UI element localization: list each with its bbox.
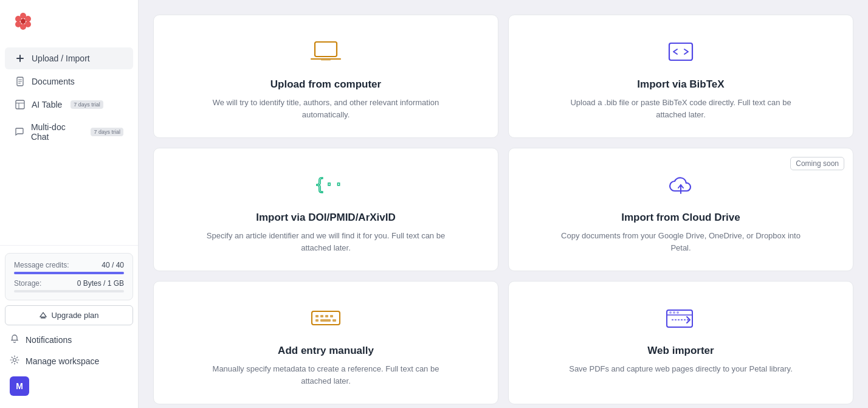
sidebar-bottom-items: Notifications Manage workspace: [5, 329, 133, 372]
coming-soon-badge: Coming soon: [790, 157, 844, 170]
sidebar-item-manage-workspace[interactable]: Manage workspace: [5, 350, 133, 372]
cloud-icon: [664, 168, 698, 202]
svg-rect-30: [332, 319, 336, 322]
svg-point-34: [673, 311, 675, 314]
chat-icon: [15, 126, 25, 137]
svg-rect-16: [41, 317, 46, 319]
credits-row: Message credits: 40 / 40: [14, 261, 124, 269]
web-importer-title: Web importer: [647, 345, 714, 357]
import-bibtex-title: Import via BibTeX: [637, 78, 724, 91]
credits-progress-fill: [14, 272, 124, 274]
storage-value: 0 Bytes / 1 GB: [77, 279, 124, 288]
sidebar-item-documents[interactable]: Documents: [5, 71, 133, 92]
credits-progress-bar: [14, 272, 124, 274]
import-doi-desc: Specify an article identifier and we wil…: [204, 230, 447, 254]
main-content: Upload from computer We will try to iden…: [139, 0, 868, 408]
sidebar-ai-table-label: AI Table: [32, 100, 62, 109]
import-cloud-desc: Copy documents from your Google Drive, O…: [559, 230, 802, 254]
card-add-entry-manually[interactable]: Add entry manually Manually specify meta…: [153, 281, 498, 404]
laptop-icon: [310, 35, 342, 69]
card-web-importer[interactable]: Web importer Save PDFs and capture web p…: [508, 281, 853, 404]
upload-computer-desc: We will try to identify title, authors, …: [204, 97, 447, 120]
keyboard-icon: [309, 301, 343, 335]
card-import-cloud[interactable]: Coming soon Import from Cloud Drive Copy…: [508, 148, 853, 271]
svg-point-35: [677, 311, 679, 314]
credits-label: Message credits:: [14, 261, 69, 269]
avatar[interactable]: M: [10, 376, 29, 396]
sidebar-item-multidoc-chat[interactable]: Multi-doc Chat 7 days trial: [5, 117, 133, 147]
avatar-letter: M: [16, 381, 23, 391]
svg-point-1: [25, 16, 31, 22]
sidebar-item-upload-import[interactable]: Upload / Import: [5, 47, 133, 69]
import-cloud-title: Import from Cloud Drive: [621, 212, 740, 224]
web-import-icon: [664, 301, 698, 335]
web-importer-desc: Save PDFs and capture web pages directly…: [569, 363, 793, 375]
storage-label: Storage:: [14, 279, 41, 288]
notifications-label: Notifications: [26, 335, 72, 345]
document-icon: [15, 76, 26, 87]
import-bibtex-desc: Upload a .bib file or paste BibTeX code …: [559, 97, 802, 120]
svg-rect-29: [320, 319, 331, 322]
sidebar-item-ai-table[interactable]: AI Table 7 days trial: [5, 94, 133, 116]
svg-point-6: [21, 19, 26, 24]
gear-icon: [10, 355, 19, 367]
svg-rect-28: [315, 319, 319, 322]
storage-row: Storage: 0 Bytes / 1 GB: [14, 279, 124, 288]
manage-workspace-label: Manage workspace: [26, 356, 99, 366]
upgrade-plan-button[interactable]: Upgrade plan: [5, 305, 133, 325]
svg-point-17: [13, 359, 16, 362]
svg-rect-8: [16, 58, 24, 59]
svg-rect-20: [669, 43, 692, 60]
import-doi-title: Import via DOI/PMID/ArXivID: [256, 212, 396, 224]
svg-point-4: [15, 21, 21, 27]
sidebar-documents-label: Documents: [32, 77, 75, 86]
add-entry-desc: Manually specify metadata to create a re…: [204, 363, 447, 387]
svg-point-33: [669, 311, 672, 314]
svg-rect-18: [315, 42, 337, 57]
card-import-doi[interactable]: {···} Import via DOI/PMID/ArXivID Specif…: [153, 148, 498, 271]
sidebar: Upload / Import Documents AI Table 7 day…: [0, 0, 139, 408]
svg-text:{···}: {···}: [315, 175, 342, 193]
card-import-bibtex[interactable]: Import via BibTeX Upload a .bib file or …: [508, 15, 853, 138]
braces-icon: {···}: [310, 168, 342, 202]
logo: [0, 0, 138, 41]
petal-logo-icon: [12, 10, 34, 32]
svg-rect-26: [325, 315, 328, 317]
plus-icon: [15, 53, 26, 64]
upload-computer-title: Upload from computer: [270, 78, 381, 91]
ai-table-badge: 7 days trial: [71, 100, 103, 109]
upgrade-label: Upgrade plan: [51, 311, 98, 320]
svg-rect-19: [321, 59, 331, 61]
svg-rect-25: [320, 315, 323, 317]
sidebar-nav: Upload / Import Documents AI Table 7 day…: [0, 41, 138, 245]
svg-rect-27: [330, 315, 333, 317]
svg-rect-23: [312, 311, 340, 325]
sidebar-bottom: Message credits: 40 / 40 Storage: 0 Byte…: [0, 245, 138, 408]
sidebar-multidoc-label: Multi-doc Chat: [31, 122, 83, 142]
svg-rect-24: [315, 315, 319, 317]
sidebar-item-notifications[interactable]: Notifications: [5, 329, 133, 350]
storage-progress-bar: [14, 290, 124, 292]
card-upload-computer[interactable]: Upload from computer We will try to iden…: [153, 15, 498, 138]
bell-icon: [10, 334, 19, 345]
multidoc-badge: 7 days trial: [91, 128, 123, 136]
ai-table-icon: [15, 99, 26, 110]
credits-value: 40 / 40: [102, 261, 124, 269]
sidebar-upload-import-label: Upload / Import: [32, 54, 90, 63]
code-icon: [665, 35, 697, 69]
svg-point-5: [15, 16, 21, 22]
cards-grid: Upload from computer We will try to iden…: [153, 15, 853, 404]
add-entry-title: Add entry manually: [278, 345, 374, 357]
svg-rect-13: [16, 100, 24, 109]
credits-section: Message credits: 40 / 40 Storage: 0 Byte…: [5, 253, 133, 300]
upgrade-icon: [39, 311, 47, 320]
